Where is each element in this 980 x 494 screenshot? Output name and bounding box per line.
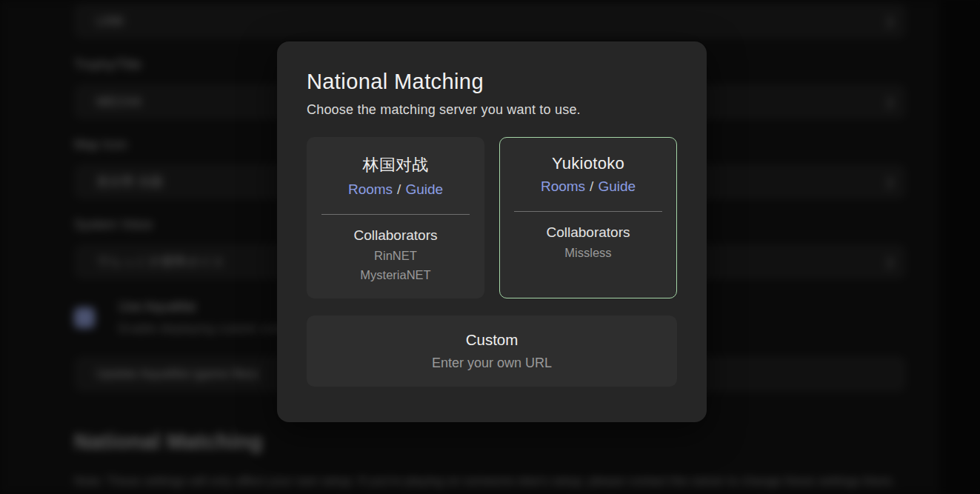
guide-link[interactable]: Guide xyxy=(405,181,443,197)
server-name: 林国对战 xyxy=(362,154,428,176)
server-links: Rooms/Guide xyxy=(348,181,443,198)
collaborator-name: RinNET xyxy=(374,249,417,263)
modal-subtitle: Choose the matching server you want to u… xyxy=(307,102,677,118)
server-card-linguo[interactable]: 林国对战 Rooms/Guide Collaborators RinNET My… xyxy=(307,137,484,298)
collaborators-heading: Collaborators xyxy=(547,224,630,241)
server-name: Yukiotoko xyxy=(552,154,624,173)
card-divider xyxy=(514,211,662,212)
card-divider xyxy=(321,214,470,215)
collaborator-name: Missless xyxy=(564,246,611,260)
rooms-link[interactable]: Rooms xyxy=(541,178,585,194)
custom-server-card[interactable]: Custom Enter your own URL xyxy=(307,316,677,387)
national-matching-modal: National Matching Choose the matching se… xyxy=(277,41,707,422)
server-cards: 林国对战 Rooms/Guide Collaborators RinNET My… xyxy=(307,137,677,298)
custom-card-title: Custom xyxy=(466,331,519,349)
modal-title: National Matching xyxy=(307,70,677,94)
guide-link[interactable]: Guide xyxy=(598,178,636,194)
collaborators-heading: Collaborators xyxy=(354,227,438,244)
server-links: Rooms/Guide xyxy=(541,178,636,195)
custom-card-subtitle: Enter your own URL xyxy=(432,356,552,371)
screen: LINK Trophy/Title MECHA Map Icon 美乐蒂 乐园 … xyxy=(0,0,980,494)
link-separator: / xyxy=(397,181,401,197)
server-card-yukiotoko[interactable]: Yukiotoko Rooms/Guide Collaborators Miss… xyxy=(499,137,677,298)
collaborator-name: MysteriaNET xyxy=(360,268,430,282)
rooms-link[interactable]: Rooms xyxy=(348,181,393,197)
link-separator: / xyxy=(590,178,593,194)
